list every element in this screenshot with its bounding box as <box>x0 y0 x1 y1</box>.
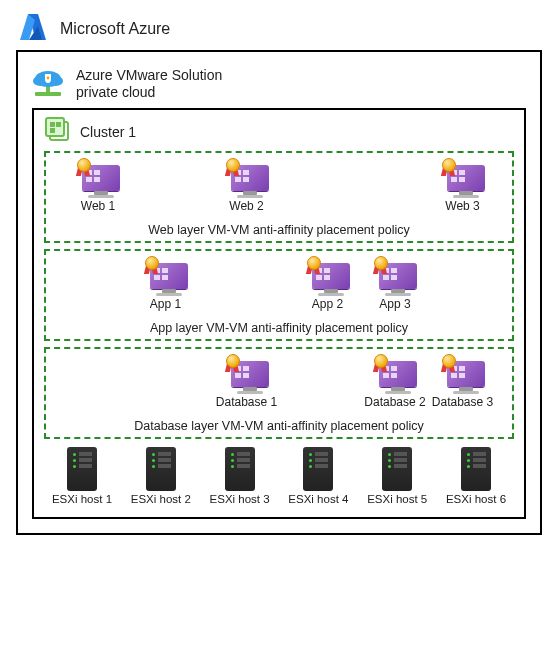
vm-label: Database 2 <box>360 395 430 409</box>
host-row: ESXi host 1ESXi host 2ESXi host 3ESXi ho… <box>44 447 514 505</box>
cert-badge-icon <box>371 353 389 371</box>
vm-icon <box>441 159 485 197</box>
azure-logo-icon <box>16 12 50 46</box>
vm-label: App 2 <box>293 297 363 311</box>
vm-icon <box>225 355 269 393</box>
vm-item: App 3 <box>360 257 430 311</box>
host-label: ESXi host 5 <box>361 493 433 505</box>
vm-icon <box>441 355 485 393</box>
cluster-icon <box>44 116 72 147</box>
vm-item: Web 2 <box>212 159 282 213</box>
svg-rect-4 <box>46 86 50 93</box>
vm-row: Database 1Database 2Database 3 <box>54 355 504 417</box>
cert-badge-icon <box>439 353 457 371</box>
top-header: Microsoft Azure <box>16 12 542 46</box>
vm-label: Database 1 <box>212 395 282 409</box>
server-icon <box>146 447 176 491</box>
vm-label: Database 3 <box>428 395 498 409</box>
cluster-header: Cluster 1 <box>44 116 514 147</box>
vm-label: Web 3 <box>428 199 498 213</box>
host-item: ESXi host 4 <box>282 447 354 505</box>
vm-item: Database 3 <box>428 355 498 409</box>
policy-box: App 1App 2App 3App layer VM-VM anti-affi… <box>44 249 514 341</box>
svg-point-6 <box>33 76 47 86</box>
vm-icon <box>76 159 120 197</box>
vm-icon <box>306 257 350 295</box>
avs-header: Azure VMware Solution private cloud <box>30 66 530 102</box>
vm-label: App 1 <box>131 297 201 311</box>
cert-badge-icon <box>74 157 92 175</box>
vm-label: App 3 <box>360 297 430 311</box>
svg-point-8 <box>47 77 50 80</box>
private-cloud-box: Azure VMware Solution private cloud Clus… <box>16 50 542 535</box>
avs-subtitle: private cloud <box>76 84 155 100</box>
cert-badge-icon <box>439 157 457 175</box>
cert-badge-icon <box>223 157 241 175</box>
cloud-shield-icon <box>30 66 66 102</box>
cert-badge-icon <box>142 255 160 273</box>
server-icon <box>225 447 255 491</box>
avs-title: Azure VMware Solution <box>76 67 222 83</box>
page-title: Microsoft Azure <box>60 20 170 38</box>
host-item: ESXi host 2 <box>125 447 197 505</box>
cert-badge-icon <box>371 255 389 273</box>
policy-caption: Web layer VM-VM anti-affinity placement … <box>54 223 504 237</box>
vm-item: Database 2 <box>360 355 430 409</box>
page: Microsoft Azure Azure VMware Solution pr… <box>0 0 558 666</box>
avs-title-block: Azure VMware Solution private cloud <box>76 67 222 102</box>
server-icon <box>303 447 333 491</box>
policy-box: Database 1Database 2Database 3Database l… <box>44 347 514 439</box>
vm-icon <box>373 355 417 393</box>
vm-label: Web 2 <box>212 199 282 213</box>
svg-rect-12 <box>56 122 61 127</box>
cluster-title: Cluster 1 <box>80 124 136 140</box>
vm-row: App 1App 2App 3 <box>54 257 504 319</box>
policy-caption: Database layer VM-VM anti-affinity place… <box>54 419 504 433</box>
svg-rect-13 <box>50 128 55 133</box>
host-label: ESXi host 2 <box>125 493 197 505</box>
vm-item: Database 1 <box>212 355 282 409</box>
cert-badge-icon <box>304 255 322 273</box>
vm-icon <box>373 257 417 295</box>
host-label: ESXi host 1 <box>46 493 118 505</box>
host-item: ESXi host 6 <box>440 447 512 505</box>
host-label: ESXi host 6 <box>440 493 512 505</box>
vm-item: App 2 <box>293 257 363 311</box>
vm-label: Web 1 <box>63 199 133 213</box>
policy-box: Web 1Web 2Web 3Web layer VM-VM anti-affi… <box>44 151 514 243</box>
vm-icon <box>144 257 188 295</box>
svg-point-7 <box>49 76 63 86</box>
host-item: ESXi host 1 <box>46 447 118 505</box>
vm-icon <box>225 159 269 197</box>
vm-item: Web 1 <box>63 159 133 213</box>
policies-container: Web 1Web 2Web 3Web layer VM-VM anti-affi… <box>44 151 514 439</box>
host-item: ESXi host 3 <box>204 447 276 505</box>
vm-item: Web 3 <box>428 159 498 213</box>
host-label: ESXi host 4 <box>282 493 354 505</box>
cert-badge-icon <box>223 353 241 371</box>
vm-item: App 1 <box>131 257 201 311</box>
svg-rect-11 <box>50 122 55 127</box>
policy-caption: App layer VM-VM anti-affinity placement … <box>54 321 504 335</box>
host-item: ESXi host 5 <box>361 447 433 505</box>
cluster-box: Cluster 1 Web 1Web 2Web 3Web layer VM-VM… <box>32 108 526 519</box>
vm-row: Web 1Web 2Web 3 <box>54 159 504 221</box>
server-icon <box>382 447 412 491</box>
server-icon <box>67 447 97 491</box>
host-label: ESXi host 3 <box>204 493 276 505</box>
server-icon <box>461 447 491 491</box>
